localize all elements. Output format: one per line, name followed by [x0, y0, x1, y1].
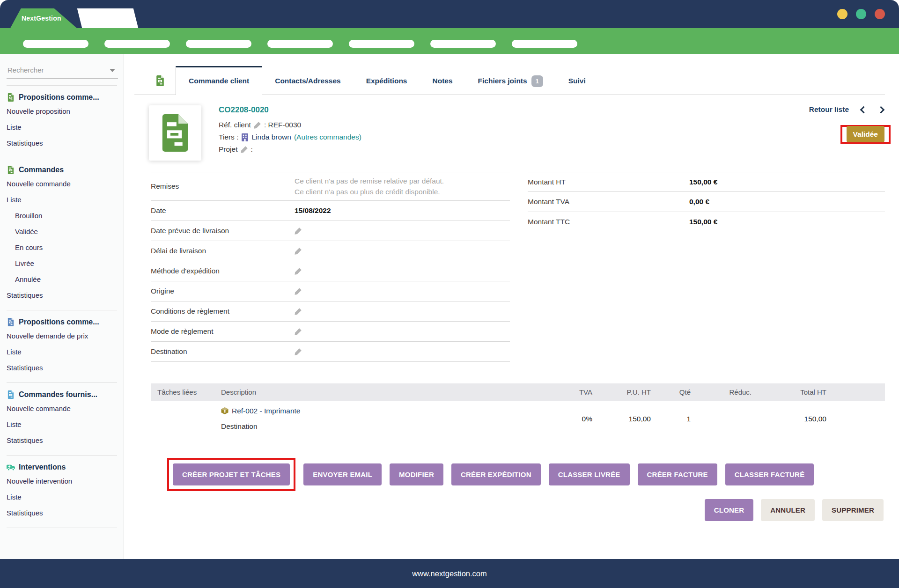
sidebar-item[interactable]: Liste — [7, 119, 117, 135]
montant-tva-value: 0,00 € — [689, 198, 709, 206]
sidebar-item[interactable]: Annulée — [7, 272, 117, 287]
back-to-list-link[interactable]: Retour liste — [809, 105, 849, 114]
chevron-left-icon[interactable] — [860, 106, 868, 113]
menu-pill[interactable] — [186, 40, 251, 48]
line-tva: 0% — [550, 415, 592, 423]
product-link[interactable]: Ref-002 - Imprimante — [221, 407, 550, 415]
title-bar: NextGestion — [0, 0, 899, 28]
envoyer-email-button[interactable]: ENVOYER EMAIL — [303, 463, 382, 485]
sidebar-item[interactable]: Nouvelle commande — [7, 401, 117, 417]
menu-pill[interactable] — [430, 40, 496, 48]
sidebar-item[interactable]: Statistiques — [7, 433, 117, 448]
sidebar-item[interactable]: Statistiques — [7, 360, 117, 376]
sidebar-title-propositions-fournisseurs[interactable]: Propositions comme... — [7, 316, 117, 328]
tab-contacts-adresses[interactable]: Contacts/Adresses — [262, 67, 353, 95]
third-party-link[interactable]: Linda brown — [251, 131, 291, 143]
creer-expedition-button[interactable]: CRÉER EXPÉDITION — [451, 463, 541, 485]
sidebar-item[interactable]: Nouvelle proposition — [7, 103, 117, 119]
search-input[interactable] — [7, 66, 101, 74]
montant-ht-value: 150,00 € — [689, 178, 717, 186]
order-doc-icon — [7, 166, 15, 174]
menu-pill[interactable] — [23, 40, 88, 48]
edit-pencil-icon[interactable] — [295, 287, 302, 295]
order-header: CO2208-0020 Réf. client : REF-0030 Tiers… — [151, 95, 885, 165]
field-row-delai: Délai de livraison — [151, 241, 510, 261]
edit-pencil-icon[interactable] — [295, 328, 302, 335]
classer-livree-button[interactable]: CLASSER LIVRÉE — [549, 463, 630, 485]
tab-suivi[interactable]: Suivi — [556, 67, 598, 95]
sidebar-item[interactable]: Liste — [7, 192, 117, 208]
teal-dot-icon — [856, 9, 866, 19]
sidebar-title-interventions[interactable]: Interventions — [7, 461, 117, 473]
sidebar-item[interactable]: Brouillon — [7, 208, 117, 224]
creer-facture-button[interactable]: CRÉER FACTURE — [638, 463, 717, 485]
order-photo-card — [149, 105, 201, 161]
order-ref: CO2208-0020 — [219, 105, 885, 115]
amounts-table: Montant HT 150,00 € Montant TVA 0,00 € M… — [528, 172, 885, 232]
status-badge: Validée — [847, 126, 884, 142]
sidebar-section-propositions: Propositions comme... Nouvelle propositi… — [7, 85, 117, 151]
field-row-origine: Origine — [151, 281, 510, 301]
tab-commande-client[interactable]: Commande client — [176, 66, 262, 95]
secondary-actions: CLONER ANNULER SUPPRIMER — [151, 499, 885, 521]
edit-pencil-icon[interactable] — [295, 247, 302, 255]
edit-pencil-icon[interactable] — [295, 348, 302, 355]
sidebar-item[interactable]: Nouvelle demande de prix — [7, 328, 117, 344]
order-doc-icon — [156, 75, 164, 86]
third-party-line: Tiers : Linda brown (Autres commandes) — [219, 131, 885, 143]
sidebar-item[interactable]: Statistiques — [7, 287, 117, 303]
tab-expeditions[interactable]: Expéditions — [354, 67, 420, 95]
order-details: Remises Ce client n'a pas de remise rela… — [151, 172, 885, 362]
classer-facture-button[interactable]: CLASSER FACTURÉ — [725, 463, 814, 485]
tab-fichiers-joints[interactable]: Fichiers joints 1 — [465, 67, 556, 95]
edit-pencil-icon[interactable] — [295, 308, 302, 315]
sidebar-item[interactable]: Statistiques — [7, 505, 117, 521]
amount-row-ht: Montant HT 150,00 € — [528, 172, 885, 192]
edit-pencil-icon[interactable] — [295, 227, 302, 235]
supplier-order-doc-icon — [7, 390, 15, 399]
edit-pencil-icon[interactable] — [241, 146, 248, 153]
window-dots — [837, 9, 885, 19]
order-date-value: 15/08/2022 — [295, 206, 510, 215]
other-orders-link[interactable]: (Autres commandes) — [294, 131, 361, 143]
creer-projet-et-taches-button[interactable]: CRÉER PROJET ET TÂCHES — [173, 463, 290, 485]
attachments-count-badge: 1 — [531, 75, 543, 87]
sidebar-title-commandes[interactable]: Commandes — [7, 164, 117, 176]
sidebar-item[interactable]: Liste — [7, 344, 117, 360]
sidebar-item[interactable]: Nouvelle intervention — [7, 473, 117, 489]
tab-notes[interactable]: Notes — [420, 67, 465, 95]
customer-ref-line: Réf. client : REF-0030 — [219, 119, 885, 131]
edit-pencil-icon[interactable] — [295, 267, 302, 275]
menu-pill[interactable] — [267, 40, 333, 48]
modifier-button[interactable]: MODIFIER — [390, 463, 443, 485]
sidebar-section-commandes-fournisseurs: Commandes fournis... Nouvelle commande L… — [7, 382, 117, 448]
line-total-ht: 150,00 — [752, 415, 826, 423]
sidebar-item[interactable]: Statistiques — [7, 135, 117, 151]
sidebar-item[interactable]: Liste — [7, 489, 117, 505]
annuler-button[interactable]: ANNULER — [761, 499, 815, 521]
sidebar: Propositions comme... Nouvelle propositi… — [0, 54, 124, 559]
sidebar-item[interactable]: Liste — [7, 417, 117, 433]
field-row-mode-reglement: Mode de règlement — [151, 322, 510, 342]
sidebar-item[interactable]: En cours — [7, 240, 117, 256]
sidebar-search[interactable] — [7, 64, 118, 79]
supprimer-button[interactable]: SUPPRIMER — [822, 499, 884, 521]
menu-pill[interactable] — [349, 40, 414, 48]
sidebar-item[interactable]: Validée — [7, 224, 117, 240]
chevron-right-icon[interactable] — [877, 106, 885, 113]
menu-pill[interactable] — [104, 40, 170, 48]
order-doc-icon — [161, 114, 190, 152]
main-content: Commande client Contacts/Adresses Expédi… — [124, 54, 899, 559]
sidebar-item[interactable]: Nouvelle commande — [7, 176, 117, 192]
chevron-down-icon[interactable] — [110, 69, 115, 72]
line-qty: 1 — [651, 415, 691, 423]
menu-pill[interactable] — [512, 40, 577, 48]
primary-actions: CRÉER PROJET ET TÂCHES ENVOYER EMAIL MOD… — [167, 458, 885, 491]
brand-tab[interactable]: NextGestion — [10, 8, 77, 28]
edit-pencil-icon[interactable] — [254, 121, 261, 129]
sidebar-title-commandes-fournisseurs[interactable]: Commandes fournis... — [7, 389, 117, 401]
sidebar-title-propositions[interactable]: Propositions comme... — [7, 91, 117, 103]
sidebar-item[interactable]: Livrée — [7, 256, 117, 272]
cloner-button[interactable]: CLONER — [705, 499, 754, 521]
footer-url: www.nextgestion.com — [412, 569, 487, 578]
